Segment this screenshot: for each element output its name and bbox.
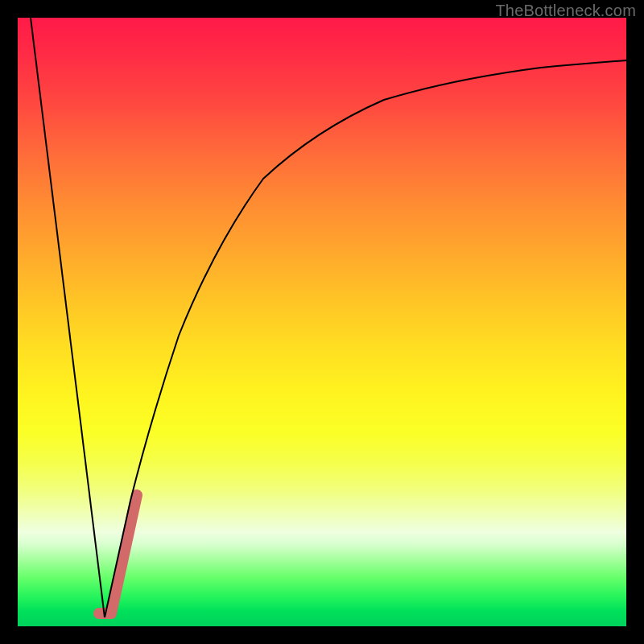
plot-area bbox=[18, 18, 626, 626]
asymptotic-curve bbox=[105, 60, 626, 617]
chart-frame: TheBottleneck.com bbox=[0, 0, 644, 644]
watermark-text: TheBottleneck.com bbox=[495, 2, 636, 20]
curve-layer bbox=[18, 18, 626, 626]
left-slope bbox=[31, 18, 105, 617]
